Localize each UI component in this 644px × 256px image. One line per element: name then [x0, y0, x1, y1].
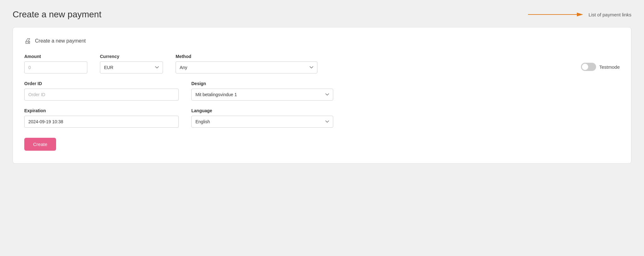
- page-header: Create a new payment List of payment lin…: [13, 9, 631, 20]
- payment-form-card: 🖨 Create a new payment Amount Currency E…: [13, 27, 631, 164]
- language-select[interactable]: English Danish German Swedish Norwegian: [191, 116, 333, 128]
- method-label: Method: [176, 54, 317, 59]
- order-id-input[interactable]: [24, 89, 179, 101]
- expiration-group: Expiration: [24, 108, 179, 128]
- currency-label: Currency: [100, 54, 163, 59]
- card-header: 🖨 Create a new payment: [24, 37, 620, 45]
- form-row-1: Amount Currency EUR USD GBP DKK Method A…: [24, 54, 620, 73]
- currency-select[interactable]: EUR USD GBP DKK: [100, 61, 163, 73]
- expiration-label: Expiration: [24, 108, 179, 113]
- nav-link-container: List of payment links: [528, 11, 631, 18]
- toggle-slider: [581, 63, 596, 71]
- payment-icon: 🖨: [24, 37, 31, 45]
- method-select[interactable]: Any Card Bank Transfer MobilePay: [176, 61, 317, 73]
- payment-links-nav[interactable]: List of payment links: [589, 12, 631, 17]
- currency-group: Currency EUR USD GBP DKK: [100, 54, 163, 73]
- amount-group: Amount: [24, 54, 87, 73]
- testmode-label: Testmode: [599, 64, 620, 70]
- arrow-icon: [528, 11, 585, 18]
- card-header-title: Create a new payment: [35, 38, 86, 44]
- order-id-group: Order ID: [24, 81, 179, 101]
- svg-marker-1: [577, 13, 583, 16]
- amount-label: Amount: [24, 54, 87, 59]
- form-row-2: Order ID Design Mit betalingsvindue 1 Mi…: [24, 81, 620, 101]
- method-group: Method Any Card Bank Transfer MobilePay: [176, 54, 317, 73]
- design-group: Design Mit betalingsvindue 1 Mit betalin…: [191, 81, 333, 101]
- testmode-container: Testmode: [581, 54, 620, 71]
- design-label: Design: [191, 81, 333, 86]
- language-label: Language: [191, 108, 333, 113]
- create-button[interactable]: Create: [24, 138, 56, 151]
- form-row-3: Expiration Language English Danish Germa…: [24, 108, 620, 128]
- order-id-label: Order ID: [24, 81, 179, 86]
- expiration-input[interactable]: [24, 116, 179, 128]
- language-group: Language English Danish German Swedish N…: [191, 108, 333, 128]
- page-title: Create a new payment: [13, 9, 102, 20]
- testmode-toggle[interactable]: [581, 63, 596, 71]
- amount-input[interactable]: [24, 61, 87, 73]
- design-select[interactable]: Mit betalingsvindue 1 Mit betalingsvindu…: [191, 89, 333, 101]
